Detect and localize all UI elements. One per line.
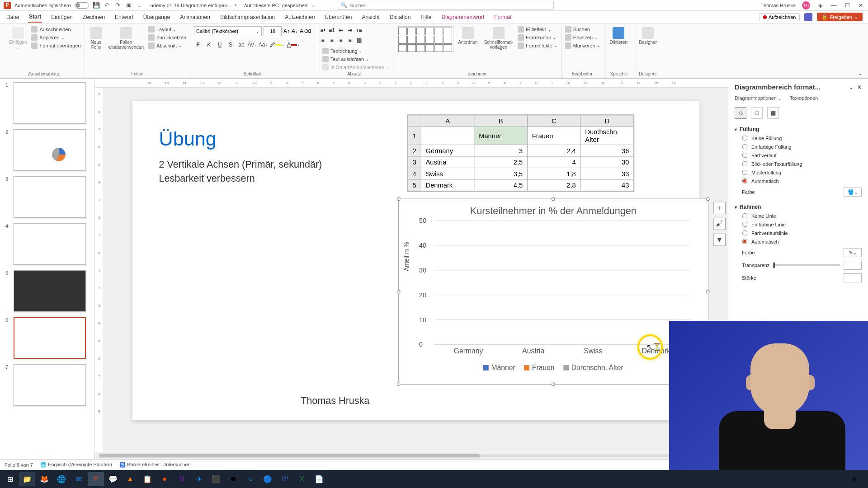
border-auto[interactable]: Automatisch — [742, 239, 862, 244]
chart-plot[interactable]: Anteil in % 01020304050 — [434, 221, 690, 344]
bullets-button[interactable]: ≡• — [319, 26, 327, 34]
align-center-button[interactable]: ≡ — [328, 36, 336, 44]
chart-title[interactable]: Kursteilnehmer in % der Anmeldungen — [399, 199, 708, 221]
smartart-button[interactable]: In SmartArt konvertieren⌄ — [322, 64, 389, 70]
taskbar-app5[interactable]: ○ — [242, 472, 259, 486]
fill-picture[interactable]: Bild- oder Texturfüllung — [742, 161, 862, 167]
tab-home[interactable]: Start — [28, 12, 42, 23]
spacing-button[interactable]: AV⌄ — [248, 41, 256, 49]
align-left-button[interactable]: ≡ — [319, 36, 327, 44]
taskbar-app7[interactable]: 📄 — [311, 472, 327, 486]
outline-button[interactable]: Formkontur⌄ — [518, 34, 557, 41]
presenter-icon[interactable]: ▣ — [125, 2, 132, 9]
tab-draw[interactable]: Zeichnen — [82, 12, 106, 22]
taskbar-firefox[interactable]: 🦊 — [36, 472, 52, 486]
close-icon[interactable]: ✕ — [857, 2, 864, 9]
redo-icon[interactable]: ↷ — [114, 2, 122, 9]
qat-dropdown-icon[interactable]: ⌄ — [136, 2, 143, 9]
align-right-button[interactable]: ≡ — [337, 36, 345, 44]
slide-thumbnails[interactable]: 1 2 3 4 5 6 7 — [0, 79, 95, 459]
text-direction-button[interactable]: Textrichtung⌄ — [322, 48, 389, 54]
search-input[interactable]: 🔍 Suchen — [337, 1, 554, 10]
format-pane-dropdown-icon[interactable]: ⌄ — [849, 84, 854, 90]
taskbar-app2[interactable]: 📋 — [139, 472, 156, 486]
border-color-picker[interactable]: ✎⌄ — [844, 248, 862, 257]
size-tab-icon[interactable]: ▦ — [767, 107, 779, 119]
avatar[interactable]: TH — [802, 1, 810, 9]
format-painter-button[interactable]: Format übertragen — [31, 42, 80, 49]
taskbar-excel[interactable]: X — [294, 472, 310, 486]
taskbar-app1[interactable]: 💬 — [105, 472, 121, 486]
save-icon[interactable]: 💾 — [93, 2, 100, 9]
border-solid[interactable]: Einfarbige Linie — [742, 221, 862, 227]
bold-button[interactable]: F — [194, 41, 202, 49]
taskbar-weather[interactable]: ☀ — [846, 472, 863, 486]
fill-color-picker[interactable]: 🪣⌄ — [844, 188, 862, 197]
font-name-select[interactable]: Calibri (Textkörper)⌄ — [194, 26, 262, 36]
replace-button[interactable]: Ersetzen⌄ — [565, 34, 600, 41]
shadow-button[interactable]: ab — [237, 41, 245, 49]
slide-author[interactable]: Thomas Hruska — [301, 395, 369, 407]
horizontal-scrollbar[interactable] — [95, 452, 728, 459]
slide[interactable]: Übung 2 Vertikale Achsen (Primär, sekund… — [132, 101, 699, 420]
fill-auto[interactable]: Automatisch — [742, 178, 862, 184]
effects-button[interactable]: Formeffekte⌄ — [518, 42, 557, 49]
line-spacing-button[interactable]: ↕≡ — [355, 26, 363, 34]
font-size-select[interactable]: 18 — [264, 26, 282, 36]
taskbar-chrome[interactable]: 🌐 — [53, 472, 70, 486]
autosave-toggle[interactable] — [75, 2, 89, 9]
reset-button[interactable]: Zurücksetzen — [148, 34, 186, 41]
section-button[interactable]: Abschnitt⌄ — [148, 42, 186, 49]
tab-chartdesign[interactable]: Diagrammentwurf — [440, 12, 485, 22]
paste-button[interactable]: Einfügen⌄ — [7, 26, 28, 51]
increase-font-icon[interactable]: A↑ — [283, 28, 290, 34]
chart-filter-button[interactable]: ▼ — [713, 234, 726, 246]
taskbar-onenote[interactable]: N — [174, 472, 190, 486]
columns-button[interactable]: ▥ — [355, 36, 363, 44]
taskbar-outlook[interactable]: ✉ — [71, 472, 87, 486]
chart-styles-button[interactable]: 🖌 — [713, 218, 726, 230]
fill-gradient[interactable]: Farbverlauf — [742, 152, 862, 158]
fill-line-tab-icon[interactable]: ◇ — [735, 107, 746, 119]
numbering-button[interactable]: ≡1 — [328, 26, 336, 34]
tab-insert[interactable]: Einfügen — [50, 12, 73, 22]
record-button[interactable]: Aufzeichnen — [759, 13, 800, 21]
indent-dec-button[interactable]: ⇤ — [337, 26, 345, 34]
copy-button[interactable]: Kopieren⌄ — [31, 34, 80, 41]
cut-button[interactable]: Ausschneiden — [31, 26, 80, 33]
taskbar-app6[interactable]: 🔵 — [259, 472, 276, 486]
taskbar-telegram[interactable]: ✈ — [191, 472, 207, 486]
slide-title[interactable]: Übung — [159, 128, 217, 150]
share-button[interactable]: 🔒Freigeben⌄ — [817, 13, 863, 21]
fill-none[interactable]: Keine Füllung — [742, 135, 862, 141]
case-button[interactable]: Aa⌄ — [259, 41, 267, 49]
shapes-gallery[interactable] — [397, 26, 453, 53]
text-align-button[interactable]: Text ausrichten⌄ — [322, 56, 389, 62]
underline-button[interactable]: U — [216, 41, 224, 49]
fill-button[interactable]: Fülleffekt⌄ — [518, 26, 557, 33]
border-gradient[interactable]: Farbverlaufslinie — [742, 230, 862, 236]
tab-view[interactable]: Ansicht — [361, 12, 380, 22]
font-color-button[interactable]: A⌄ — [287, 42, 300, 48]
tab-transitions[interactable]: Übergänge — [142, 12, 171, 22]
undo-icon[interactable]: ↶ — [104, 2, 111, 9]
justify-button[interactable]: ≡ — [346, 36, 354, 44]
collapse-ribbon-icon[interactable]: ⌄ — [858, 70, 863, 76]
tab-file[interactable]: Datei — [5, 12, 20, 22]
start-button[interactable]: ⊞ — [2, 472, 18, 486]
slide-subtitle-1[interactable]: 2 Vertikale Achsen (Primär, sekundär) — [159, 159, 322, 170]
reuse-slides-button[interactable]: Folien wiederverwenden — [107, 26, 146, 51]
taskbar-explorer[interactable]: 📁 — [19, 472, 35, 486]
tab-design[interactable]: Entwurf — [114, 12, 134, 22]
thumb-2[interactable] — [14, 129, 86, 171]
taskbar-app3[interactable]: ● — [156, 472, 173, 486]
teams-icon[interactable] — [804, 13, 812, 21]
highlight-button[interactable]: 🖊⌄ — [270, 42, 284, 48]
layout-button[interactable]: Layout⌄ — [148, 26, 186, 33]
chart-elements-button[interactable]: ＋ — [713, 202, 726, 214]
taskbar-word[interactable]: W — [277, 472, 293, 486]
arrange-button[interactable]: Anordnen — [456, 26, 479, 46]
fill-header[interactable]: ▾Füllung — [735, 126, 862, 132]
taskbar-obs[interactable]: ⏺ — [225, 472, 241, 486]
dictate-button[interactable]: Diktieren — [608, 26, 629, 46]
